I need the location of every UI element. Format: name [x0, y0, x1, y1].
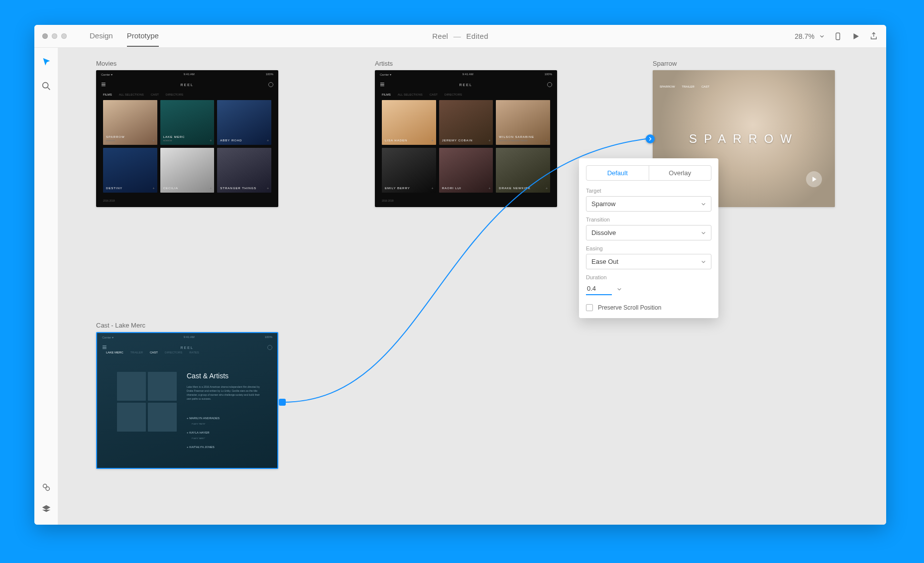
- work-area: Movies Carrier ▾9:41 AM100% ≡REEL FILMSA…: [34, 48, 886, 525]
- titlebar: Design Prototype Reel — Edited 28.7%: [34, 25, 886, 48]
- canvas[interactable]: Movies Carrier ▾9:41 AM100% ≡REEL FILMSA…: [58, 48, 886, 525]
- minimize-icon[interactable]: [52, 33, 57, 39]
- transition-select[interactable]: Dissolve: [586, 225, 711, 240]
- tab-prototype[interactable]: Prototype: [127, 25, 159, 47]
- doc-status: Edited: [466, 32, 488, 40]
- interaction-popover: Default Overlay Target Sparrow Transitio…: [579, 158, 718, 318]
- separator: —: [454, 32, 461, 40]
- artboard-artists[interactable]: Artists Carrier ▾9:41 AM100% ≡REEL FILMS…: [375, 60, 557, 207]
- target-select[interactable]: Sparrow: [586, 196, 711, 212]
- toolbar-right: 28.7%: [795, 32, 878, 41]
- zoom-control[interactable]: 28.7%: [795, 32, 824, 40]
- chevron-down-icon: [701, 230, 706, 235]
- doc-name: Reel: [432, 32, 448, 40]
- preserve-scroll-label: Preserve Scroll Position: [598, 304, 661, 311]
- artboard-label[interactable]: Sparrow: [653, 60, 835, 67]
- tab-overlay[interactable]: Overlay: [649, 166, 711, 180]
- zoom-value: 28.7%: [795, 32, 814, 40]
- share-icon[interactable]: [869, 32, 878, 41]
- screen-cast: Carrier ▾9:41 AM100% ≡REEL LAKE MERC TRA…: [96, 332, 278, 469]
- hero-title: SPARROW: [689, 132, 799, 146]
- duration-label: Duration: [586, 274, 711, 280]
- target-label: Target: [586, 188, 711, 194]
- window-controls[interactable]: [42, 33, 67, 39]
- artboard-movies[interactable]: Movies Carrier ▾9:41 AM100% ≡REEL FILMSA…: [96, 60, 278, 207]
- tools-sidebar: [34, 48, 58, 525]
- easing-label: Easing: [586, 245, 711, 251]
- select-tool-icon[interactable]: [41, 57, 52, 68]
- assets-icon[interactable]: [41, 482, 52, 493]
- zoom-tool-icon[interactable]: [41, 81, 52, 92]
- svg-point-1: [42, 83, 48, 88]
- artboard-label[interactable]: Cast - Lake Merc: [96, 322, 278, 329]
- svg-point-3: [46, 487, 49, 490]
- play-button[interactable]: [806, 171, 822, 187]
- tab-design[interactable]: Design: [90, 25, 113, 47]
- popover-tabs: Default Overlay: [586, 165, 711, 181]
- easing-select[interactable]: Ease Out: [586, 254, 711, 269]
- document-title: Reel — Edited: [432, 32, 488, 40]
- device-preview-icon[interactable]: [833, 32, 842, 41]
- chevron-down-icon: [819, 34, 824, 39]
- screen-movies: Carrier ▾9:41 AM100% ≡REEL FILMSALL SELE…: [96, 70, 278, 207]
- close-icon[interactable]: [42, 33, 48, 39]
- screen-artists: Carrier ▾9:41 AM100% ≡REEL FILMSALL SELE…: [375, 70, 557, 207]
- artboard-label[interactable]: Movies: [96, 60, 278, 67]
- checkbox-icon[interactable]: [586, 304, 593, 311]
- artboard-cast[interactable]: Cast - Lake Merc Carrier ▾9:41 AM100% ≡R…: [96, 322, 278, 469]
- play-icon[interactable]: [851, 32, 860, 41]
- chevron-down-icon: [701, 259, 706, 264]
- chevron-down-icon[interactable]: [617, 287, 622, 292]
- svg-rect-0: [836, 33, 840, 40]
- maximize-icon[interactable]: [61, 33, 67, 39]
- app-window: Design Prototype Reel — Edited 28.7%: [34, 25, 886, 525]
- layers-icon[interactable]: [41, 504, 52, 515]
- wire-destination-handle[interactable]: [646, 134, 655, 143]
- artboard-label[interactable]: Artists: [375, 60, 557, 67]
- tab-default[interactable]: Default: [586, 166, 649, 180]
- chevron-down-icon: [701, 202, 706, 207]
- preserve-scroll-row[interactable]: Preserve Scroll Position: [586, 304, 711, 311]
- duration-input[interactable]: [586, 283, 612, 295]
- transition-label: Transition: [586, 217, 711, 223]
- mode-tabs: Design Prototype: [90, 25, 159, 47]
- wire-origin-handle[interactable]: [279, 399, 286, 406]
